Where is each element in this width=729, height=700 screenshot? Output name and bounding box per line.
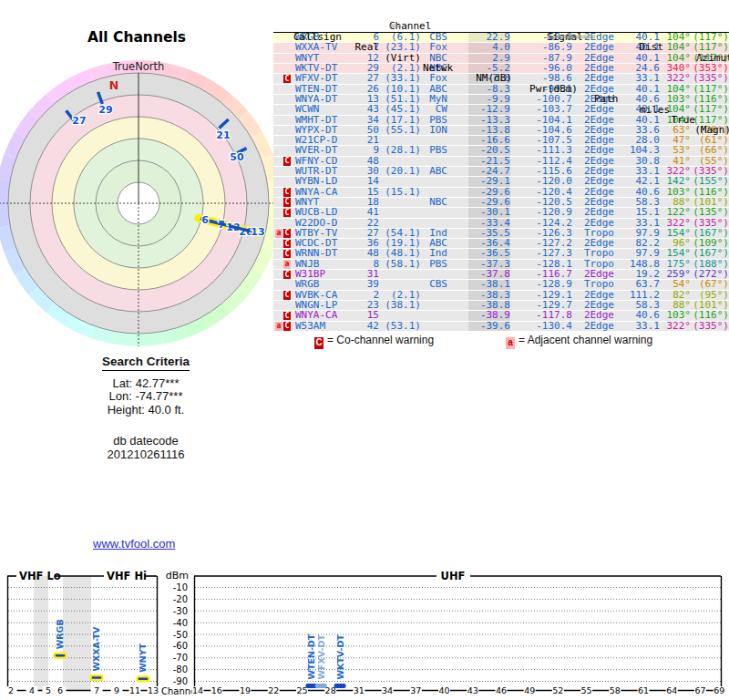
cell-n: CBS — [421, 280, 457, 289]
vhf-hi-label: VHF Hi — [107, 570, 147, 582]
table-header-columns: Callsign Real (Virt) Netwk NM(dB) Pwr(dB… — [273, 21, 729, 33]
polar-title: All Channels — [87, 29, 186, 46]
tvfool-link[interactable]: www.tvfool.com — [93, 537, 175, 551]
warning-legend: C= Co-channel warning a= Adjacent channe… — [273, 334, 729, 348]
adjacent-channel-legend: a= Adjacent channel warning — [505, 334, 652, 349]
col-header-virt: (Virt) — [385, 53, 421, 63]
cell-w: C — [273, 208, 293, 217]
cell-w: C — [273, 239, 293, 248]
col-header-true: True — [671, 115, 695, 125]
cell-m: (135°) — [691, 208, 729, 217]
co-channel-warning-badge: C — [314, 337, 323, 349]
svg-text:19: 19 — [240, 685, 251, 695]
co-channel-warning-badge: C — [283, 188, 291, 197]
svg-text:46: 46 — [496, 685, 507, 695]
channel-label: 6 — [201, 214, 209, 226]
cell-d: 33.1 — [620, 322, 660, 331]
cell-w: a — [273, 260, 293, 269]
svg-text:67: 67 — [694, 685, 705, 695]
cell-w — [273, 301, 293, 310]
cell-n: ABC — [421, 167, 457, 176]
col-header-magn: (Magn) — [694, 125, 729, 135]
cell-n — [421, 177, 457, 186]
co-channel-warning-badge: C — [283, 157, 291, 166]
cell-v: (55.1) — [379, 126, 421, 135]
cell-v: (53.1) — [379, 322, 421, 331]
co-channel-warning-badge: C — [283, 229, 291, 238]
cell-m: (335°) — [691, 322, 729, 331]
cell-nm: -30.1 — [457, 208, 510, 217]
cell-t: 322° — [660, 322, 691, 331]
co-channel-warning-badge: C — [283, 240, 291, 249]
cell-d: 40.6 — [620, 311, 660, 320]
adjacent-channel-warning-badge: a — [275, 322, 282, 331]
svg-text:13: 13 — [148, 685, 159, 695]
dbm-tick-label: -60 — [173, 641, 188, 651]
station-marker-label: WXXA-TV — [92, 626, 102, 672]
vhf-gap-band — [34, 576, 48, 690]
col-header-real: Real — [354, 42, 379, 52]
svg-text:69: 69 — [714, 685, 724, 695]
cell-pw: -120.9 — [510, 208, 574, 217]
cell-w: C — [273, 157, 293, 166]
col-header-miles: miles — [640, 105, 670, 115]
svg-text:11: 11 — [129, 685, 140, 695]
adjacent-channel-warning-badge: a — [506, 337, 515, 349]
station-marker — [91, 675, 103, 680]
svg-text:14: 14 — [192, 685, 203, 695]
cell-nm: -39.6 — [457, 322, 510, 331]
cell-w: C — [273, 188, 293, 197]
cell-w: C — [273, 270, 293, 279]
cell-w: C — [273, 249, 293, 258]
co-channel-warning-badge: C — [283, 250, 291, 259]
co-channel-legend: C= Co-channel warning — [313, 334, 434, 349]
station-marker-label: WNYT — [139, 643, 149, 672]
svg-text:16: 16 — [211, 685, 222, 695]
svg-text:9: 9 — [114, 685, 119, 695]
cell-n: ION — [421, 126, 457, 135]
spectrum-chart: VHF LoVHF HiUHFdBm-10-20-30-40-50-60-70-… — [0, 565, 729, 700]
cell-v — [379, 198, 421, 207]
cell-n: PBS — [421, 146, 457, 155]
station-marker-label: WRGB — [56, 619, 66, 649]
svg-text:43: 43 — [467, 685, 478, 695]
cell-n — [421, 208, 457, 217]
cell-p: 2Edge — [574, 322, 620, 331]
signal-table: ==Channel== ========Signal======== Dist … — [273, 11, 729, 332]
co-channel-warning-badge: C — [283, 312, 291, 321]
cell-v: (38.1) — [379, 301, 421, 310]
svg-text:4: 4 — [29, 685, 35, 695]
svg-text:34: 34 — [382, 685, 393, 695]
dbm-tick-label: -30 — [173, 606, 188, 616]
station-marker-label: WKTV-DT — [335, 634, 345, 680]
cell-v — [379, 270, 421, 279]
adjacent-channel-warning-badge: a — [275, 229, 282, 238]
dbm-tick-label: -20 — [173, 594, 188, 604]
height-value: Height: 40.0 ft. — [14, 404, 278, 417]
co-channel-warning-badge: C — [283, 198, 291, 207]
cell-n — [421, 322, 457, 331]
cell-m: (116°) — [691, 311, 729, 320]
cell-n: NBC — [421, 198, 457, 207]
cell-v: (20.1) — [379, 167, 421, 176]
co-channel-warning-badge: C — [283, 271, 291, 280]
channel-label: 21 — [216, 129, 230, 141]
svg-text:61: 61 — [638, 685, 649, 695]
svg-text:6: 6 — [57, 685, 63, 695]
co-channel-warning-badge: C — [283, 291, 291, 300]
cell-n — [421, 311, 457, 320]
search-criteria-title: Search Criteria — [102, 355, 190, 371]
cell-r: 15 — [362, 311, 379, 320]
svg-text:49: 49 — [524, 685, 535, 695]
table-row: aCW53AM42(53.1)-39.6-130.42Edge33.1322°(… — [273, 322, 729, 332]
cell-nm: -38.9 — [457, 311, 510, 320]
cell-n: PBS — [421, 260, 457, 269]
uhf-label: UHF — [441, 570, 466, 582]
cell-w: aC — [273, 322, 293, 331]
svg-text:37: 37 — [410, 685, 421, 695]
svg-text:40: 40 — [438, 685, 449, 695]
col-header-netwk: Netwk — [423, 63, 454, 73]
station-marker-label: WFXV-DT — [316, 634, 326, 680]
tvfool-report-page: { "polar": { "title": "All Channels", "n… — [0, 0, 729, 700]
svg-text:64: 64 — [666, 685, 677, 695]
